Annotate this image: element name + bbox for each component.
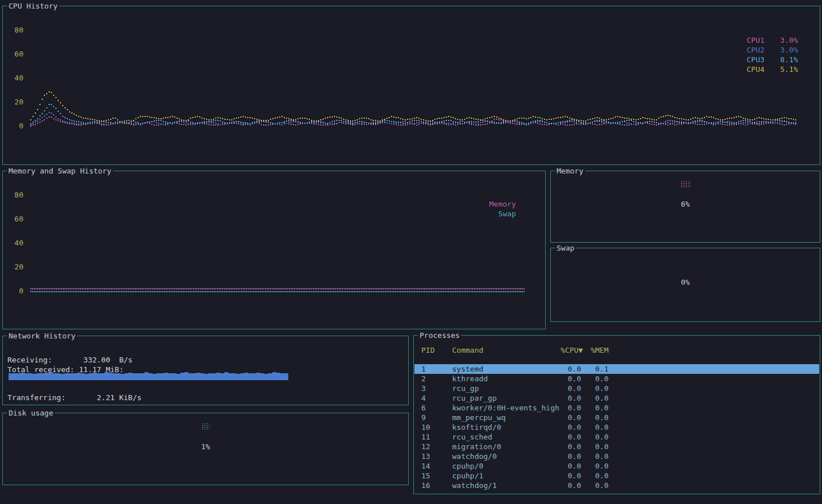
cpu-history-chart: [30, 10, 798, 130]
process-pid: 9: [421, 413, 452, 422]
swap-usage-percent: 0%: [551, 277, 820, 287]
process-pid: 3: [421, 384, 452, 393]
process-pid: 14: [421, 461, 452, 471]
process-command: cpuhp/1: [452, 471, 561, 481]
y-tick: 40: [7, 238, 23, 248]
panel-title: Processes: [418, 330, 461, 340]
process-mem: 0.0: [581, 393, 609, 403]
legend-cpu4: CPU4 5.1%: [747, 64, 798, 74]
process-mem: 0.0: [581, 403, 609, 413]
process-command: watchdog/0: [452, 451, 561, 461]
process-command: rcu_sched: [452, 432, 561, 442]
process-rows: 1systemd0.00.12kthreadd0.00.03rcu_gp0.00…: [414, 364, 819, 490]
legend-value: 3.0%: [780, 35, 798, 45]
column-header-mem[interactable]: %MEM: [581, 345, 609, 355]
column-header-pid[interactable]: PID: [421, 345, 452, 355]
process-row[interactable]: 14cpuhp/00.00.0: [414, 461, 819, 471]
process-mem: 0.0: [581, 432, 609, 442]
y-tick: 20: [7, 97, 23, 107]
process-mem: 0.0: [581, 471, 609, 481]
process-row[interactable]: 11rcu_sched0.00.0: [414, 432, 819, 442]
process-cpu: 0.0: [561, 451, 581, 461]
process-command: cpuhp/0: [452, 461, 561, 471]
y-tick: 40: [7, 73, 23, 83]
process-row[interactable]: 10ksoftirqd/00.00.0: [414, 422, 819, 432]
process-row[interactable]: 16watchdog/10.00.0: [414, 481, 819, 490]
process-mem: 0.0: [581, 413, 609, 422]
legend-label: CPU1: [747, 35, 764, 45]
process-pid: 11: [421, 432, 452, 442]
process-cpu: 0.0: [561, 461, 581, 471]
memory-swap-history-panel: Memory and Swap History 80 60 40 20 0 Me…: [2, 171, 546, 329]
y-tick: 60: [7, 49, 23, 59]
disk-usage-percent: 1%: [3, 442, 408, 451]
process-command: kworker/0:0H-events_high: [452, 403, 561, 413]
process-cpu: 0.0: [561, 413, 581, 422]
column-header-cpu[interactable]: %CPU▼: [561, 345, 581, 355]
legend-value: 3.0%: [780, 45, 798, 55]
process-mem: 0.0: [581, 384, 609, 393]
process-mem: 0.0: [581, 451, 609, 461]
system-monitor-screen: CPU History 80 60 40 20 0 CPU1 3.0% CPU2…: [0, 0, 822, 504]
process-cpu: 0.0: [561, 393, 581, 403]
process-pid: 16: [421, 481, 452, 490]
process-pid: 13: [421, 451, 452, 461]
memory-gauge-panel: Memory 6%: [550, 171, 820, 243]
process-mem: 0.0: [581, 422, 609, 432]
legend-label: CPU3: [747, 55, 764, 64]
process-cpu: 0.0: [561, 422, 581, 432]
cpu-legend: CPU1 3.0% CPU2 3.0% CPU3 8.1% CPU4 5.1%: [747, 35, 798, 74]
transferring-rate: Transferring: 2.21 KiB/s: [7, 393, 142, 402]
process-row[interactable]: 2kthreadd0.00.0: [414, 374, 819, 384]
network-history-panel: Network History Receiving: 332.00 B/s To…: [2, 336, 409, 405]
process-mem: 0.0: [581, 442, 609, 451]
process-row[interactable]: 13watchdog/00.00.0: [414, 451, 819, 461]
memory-swap-legend: Memory Swap: [465, 199, 516, 219]
process-row[interactable]: 15cpuhp/10.00.0: [414, 471, 819, 481]
process-row-selected[interactable]: 1systemd0.00.1: [414, 364, 819, 374]
process-pid: 1: [421, 364, 452, 374]
y-tick: 0: [7, 121, 23, 131]
disk-usage-dots: [202, 423, 209, 429]
process-mem: 0.0: [581, 461, 609, 471]
process-pid: 4: [421, 393, 452, 403]
process-row[interactable]: 9mm_percpu_wq0.00.0: [414, 413, 819, 422]
legend-value: 8.1%: [780, 55, 798, 64]
legend-value: 5.1%: [780, 64, 798, 74]
cpu-history-panel: CPU History 80 60 40 20 0 CPU1 3.0% CPU2…: [2, 6, 820, 165]
process-command: ksoftirqd/0: [452, 422, 561, 432]
process-pid: 15: [421, 471, 452, 481]
panel-title: Memory: [555, 166, 585, 176]
legend-cpu3: CPU3 8.1%: [747, 55, 798, 64]
process-row[interactable]: 4rcu_par_gp0.00.0: [414, 393, 819, 403]
legend-swap: Swap: [465, 209, 516, 219]
processes-panel: Processes PID Command %CPU▼ %MEM 1system…: [413, 335, 820, 494]
process-command: watchdog/1: [452, 481, 561, 490]
process-row[interactable]: 12migration/00.00.0: [414, 442, 819, 451]
y-tick: 80: [7, 190, 23, 200]
process-cpu: 0.0: [561, 364, 581, 374]
process-pid: 12: [421, 442, 452, 451]
process-command: migration/0: [452, 442, 561, 451]
column-header-command[interactable]: Command: [452, 345, 561, 355]
process-cpu: 0.0: [561, 432, 581, 442]
process-mem: 0.0: [581, 374, 609, 384]
process-command: mm_percpu_wq: [452, 413, 561, 422]
legend-label: Memory: [489, 199, 516, 209]
legend-label: CPU4: [747, 64, 764, 74]
panel-title: Swap: [555, 243, 576, 253]
legend-label: Swap: [498, 209, 516, 219]
process-cpu: 0.0: [561, 471, 581, 481]
legend-cpu1: CPU1 3.0%: [747, 35, 798, 45]
network-sparkline: [9, 371, 288, 380]
process-row[interactable]: 6kworker/0:0H-events_high0.00.0: [414, 403, 819, 413]
process-cpu: 0.0: [561, 374, 581, 384]
swap-gauge-panel: Swap 0%: [550, 248, 820, 322]
y-tick: 80: [7, 25, 23, 35]
process-cpu: 0.0: [561, 481, 581, 490]
process-mem: 0.1: [581, 364, 609, 374]
process-row[interactable]: 3rcu_gp0.00.0: [414, 384, 819, 393]
process-pid: 6: [421, 403, 452, 413]
process-cpu: 0.0: [561, 403, 581, 413]
y-tick: 0: [7, 286, 23, 296]
